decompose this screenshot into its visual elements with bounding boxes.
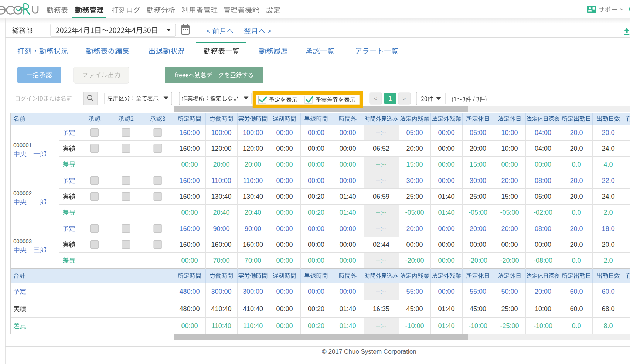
svg-text:00:00: 00:00 — [276, 129, 293, 136]
svg-text:00:00: 00:00 — [276, 257, 293, 264]
svg-text:100:00: 100:00 — [211, 129, 231, 136]
svg-text:110:00: 110:00 — [243, 177, 263, 184]
svg-text:20:00: 20:00 — [213, 161, 229, 168]
svg-text:00:00: 00:00 — [276, 177, 293, 184]
svg-text:01:40: 01:40 — [339, 322, 356, 330]
svg-text:01:40: 01:40 — [438, 305, 454, 313]
svg-text:00:00: 00:00 — [276, 209, 293, 216]
svg-text:160:00: 160:00 — [179, 145, 200, 152]
svg-text:20:00: 20:00 — [245, 161, 261, 168]
svg-text:00:00: 00:00 — [339, 145, 356, 152]
svg-text:06:00: 06:00 — [535, 193, 551, 200]
svg-text:00:00: 00:00 — [535, 241, 551, 248]
svg-text:00:00: 00:00 — [438, 161, 454, 168]
svg-text:10:00: 10:00 — [501, 145, 518, 152]
svg-text:300:00: 300:00 — [243, 288, 263, 295]
svg-text:00:00: 00:00 — [276, 322, 293, 330]
svg-text:25:00: 25:00 — [470, 193, 486, 200]
svg-text:-05:00: -05:00 — [405, 209, 424, 216]
svg-text:00:00: 00:00 — [438, 145, 454, 152]
svg-text:00:00: 00:00 — [276, 241, 293, 248]
svg-text:120:00: 120:00 — [211, 145, 231, 152]
svg-text:--:--: --:-- — [376, 288, 386, 295]
svg-text:160:00: 160:00 — [211, 241, 231, 248]
svg-text:20:00: 20:00 — [535, 288, 551, 295]
svg-text:00:00: 00:00 — [181, 322, 198, 330]
svg-text:2.0: 2.0 — [603, 209, 613, 216]
svg-text:05:00: 05:00 — [470, 129, 486, 136]
svg-text:0.0: 0.0 — [572, 209, 581, 216]
svg-text:© 2017 Chuo System Corporation: © 2017 Chuo System Corporation — [322, 348, 416, 355]
svg-text:04:00: 04:00 — [535, 129, 551, 136]
svg-text:000002: 000002 — [13, 190, 32, 196]
svg-text:20.0: 20.0 — [602, 241, 614, 248]
svg-text:60.0: 60.0 — [570, 288, 583, 295]
svg-text:480:00: 480:00 — [179, 305, 200, 313]
svg-text:8.0: 8.0 — [603, 322, 613, 330]
svg-text:45:00: 45:00 — [406, 305, 423, 313]
svg-text:--:--: --:-- — [376, 161, 386, 168]
svg-text:0.0: 0.0 — [572, 161, 581, 168]
svg-text:90:00: 90:00 — [213, 225, 229, 232]
svg-text:00:00: 00:00 — [501, 161, 518, 168]
svg-text:00:00: 00:00 — [470, 241, 486, 248]
svg-text:00:00: 00:00 — [308, 288, 324, 295]
svg-text:20.0: 20.0 — [570, 193, 583, 200]
svg-text:110:40: 110:40 — [211, 322, 231, 330]
svg-text:-10:00: -10:00 — [405, 322, 424, 330]
svg-text:01:40: 01:40 — [438, 322, 454, 330]
svg-text:06:59: 06:59 — [373, 193, 389, 200]
svg-text:130:40: 130:40 — [243, 193, 263, 200]
svg-text:55:00: 55:00 — [470, 288, 486, 295]
svg-text:00:20: 00:20 — [308, 193, 324, 200]
svg-text:30:00: 30:00 — [406, 177, 423, 184]
svg-text:24.0: 24.0 — [602, 193, 614, 200]
svg-text:50:00: 50:00 — [501, 288, 518, 295]
svg-text:01:40: 01:40 — [438, 209, 454, 216]
svg-text:110:40: 110:40 — [243, 322, 263, 330]
svg-text:20:00: 20:00 — [406, 225, 423, 232]
svg-text:00:00: 00:00 — [535, 161, 551, 168]
svg-text:00:00: 00:00 — [438, 257, 454, 264]
svg-text:68.0: 68.0 — [602, 305, 614, 313]
svg-text:00:00: 00:00 — [438, 177, 454, 184]
svg-text:0.0: 0.0 — [572, 322, 581, 330]
svg-text:480:00: 480:00 — [179, 288, 200, 295]
svg-text:100:00: 100:00 — [243, 129, 263, 136]
svg-text:00:00: 00:00 — [339, 225, 356, 232]
svg-text:00:00: 00:00 — [276, 288, 293, 295]
svg-text:00:00: 00:00 — [339, 288, 356, 295]
svg-text:00:00: 00:00 — [308, 177, 324, 184]
svg-text:90:00: 90:00 — [245, 225, 261, 232]
svg-text:20.0: 20.0 — [570, 129, 583, 136]
svg-text:08:00: 08:00 — [535, 225, 551, 232]
svg-text:00:00: 00:00 — [339, 257, 356, 264]
svg-text:-20:00: -20:00 — [405, 257, 424, 264]
svg-text:00:00: 00:00 — [181, 209, 198, 216]
svg-text:160:00: 160:00 — [179, 241, 200, 248]
svg-text:160:00: 160:00 — [179, 129, 200, 136]
svg-text:-08:00: -08:00 — [534, 257, 552, 264]
svg-text:20:00: 20:00 — [501, 225, 518, 232]
svg-text:16:35: 16:35 — [373, 305, 389, 313]
svg-text:00:00: 00:00 — [308, 129, 324, 136]
svg-text:--:--: --:-- — [376, 209, 386, 216]
svg-text:25:00: 25:00 — [501, 305, 518, 313]
svg-text:--:--: --:-- — [376, 225, 386, 232]
svg-text:160:00: 160:00 — [179, 177, 200, 184]
svg-text:20:40: 20:40 — [213, 209, 229, 216]
svg-text:45:00: 45:00 — [470, 305, 486, 313]
svg-text:00:20: 00:20 — [308, 209, 324, 216]
svg-text:410:40: 410:40 — [211, 305, 231, 313]
svg-text:00:00: 00:00 — [181, 257, 198, 264]
svg-text:00:00: 00:00 — [276, 161, 293, 168]
svg-text:00:00: 00:00 — [339, 177, 356, 184]
svg-text:18.0: 18.0 — [602, 225, 614, 232]
svg-text:08:00: 08:00 — [535, 177, 551, 184]
svg-text:000001: 000001 — [13, 142, 32, 148]
svg-text:15:00: 15:00 — [501, 193, 518, 200]
svg-text:--:--: --:-- — [376, 129, 386, 136]
svg-text:00:00: 00:00 — [308, 241, 324, 248]
svg-text:15:00: 15:00 — [406, 161, 423, 168]
svg-text:15:00: 15:00 — [470, 161, 486, 168]
